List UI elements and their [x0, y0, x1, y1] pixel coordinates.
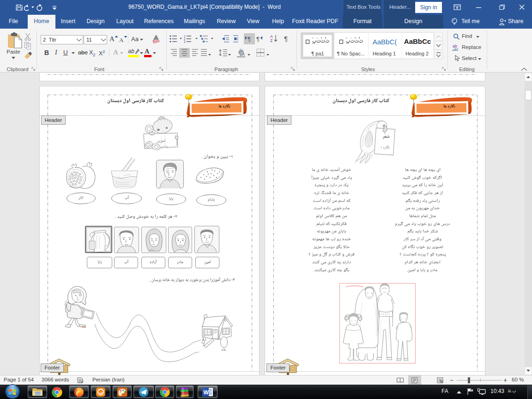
svg-text:¶: ¶ [256, 36, 260, 42]
svg-text:¶: ¶ [248, 36, 251, 42]
svg-text:3: 3 [184, 40, 186, 43]
svg-text:ac: ac [454, 47, 459, 51]
svg-text:W: W [203, 389, 209, 396]
svg-text:Z: Z [270, 38, 272, 43]
svg-text:¶: ¶ [284, 35, 288, 42]
